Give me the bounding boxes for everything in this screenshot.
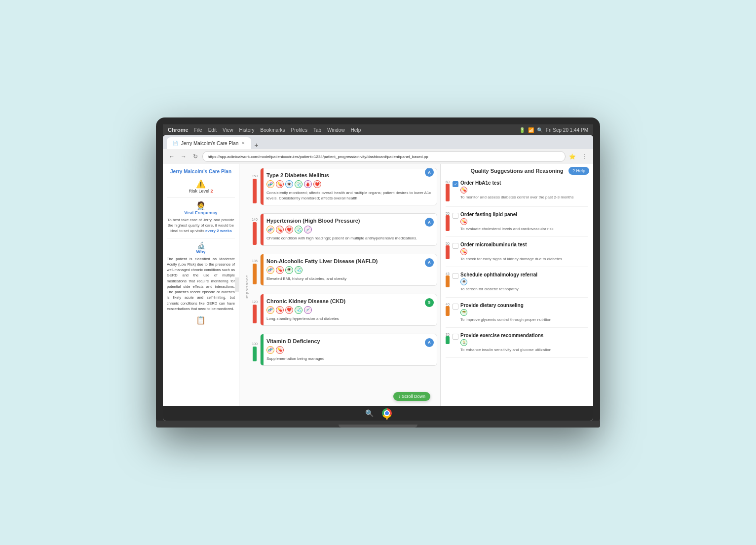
- score-num-exercise: 35: [446, 333, 450, 336]
- suggestions-panel: Quality Suggestions and Reasoning 60 Ord…: [440, 164, 593, 406]
- suggestion-name-dietary: Provide dietary counseling: [460, 303, 588, 308]
- scroll-down-btn[interactable]: ↓ Scroll Down: [393, 392, 430, 401]
- checkbox-hba1c[interactable]: [453, 181, 458, 187]
- laptop-base: [156, 421, 600, 428]
- score-bar-exercise-container: 35: [446, 333, 450, 344]
- sidebar-collapse-btn[interactable]: ‹: [235, 277, 239, 292]
- icon-badge-2: 💊: [276, 180, 284, 188]
- score-side-hypertension: 140: [249, 213, 260, 249]
- score-fill-lipid: [446, 215, 450, 231]
- menu-edit[interactable]: Edit: [208, 127, 217, 133]
- taskbar-search[interactable]: 🔍: [364, 408, 374, 418]
- checkbox-ophthal[interactable]: [453, 273, 458, 279]
- score-side-ckd: 120: [249, 294, 260, 330]
- condition-card-diabetes[interactable]: Type 2 Diabetes Mellitus 🧬 💊 👁️ 🩺 🩸 ❤️: [260, 168, 437, 205]
- sug-icon-lipid1: 💊: [460, 218, 467, 225]
- condition-row-ckd: 120 Chronic Kidney Disease (CKD) 🧬 💊: [249, 294, 437, 330]
- checkbox-exercise[interactable]: [453, 334, 458, 340]
- menu-help[interactable]: Help: [351, 127, 361, 133]
- icon-v2: 💊: [276, 346, 284, 354]
- condition-name-nafld: Non-Alcoholic Fatty Liver Disease (NAFLD…: [266, 258, 432, 264]
- menu-view[interactable]: View: [223, 127, 233, 133]
- suggestions-title: Quality Suggestions and Reasoning: [446, 168, 588, 176]
- main-content: Importance 150 Type 2 Diabetes: [239, 164, 593, 406]
- sidebar-divider-1: [167, 197, 235, 198]
- app-name: Chrome: [168, 127, 189, 133]
- icon-badge-3: 👁️: [285, 180, 293, 188]
- new-tab-btn[interactable]: +: [251, 141, 261, 149]
- menu-file[interactable]: File: [194, 127, 202, 133]
- conditions-list: 150 Type 2 Diabetes Mellitus 🧬 💊: [249, 168, 437, 370]
- menu-profiles[interactable]: Profiles: [291, 127, 307, 133]
- risk-label: Risk Level 2: [167, 189, 235, 194]
- icon-badge-6: ❤️: [313, 180, 321, 188]
- tab-close-btn[interactable]: ✕: [241, 141, 245, 146]
- score-fill-hba1c: [446, 184, 450, 201]
- checkbox-microalb[interactable]: [453, 243, 458, 249]
- condition-card-inner-nafld: Non-Alcoholic Fatty Liver Disease (NAFLD…: [261, 254, 437, 285]
- condition-name-hypertension: Hypertension (High Blood Pressure): [266, 218, 432, 224]
- icon-h5: 💉: [304, 226, 312, 234]
- checkbox-dietary[interactable]: [453, 304, 458, 310]
- suggestion-content-exercise: Provide exercise recommendations 🏃 To en…: [460, 333, 588, 352]
- browser-actions: ⭐ ⋮: [567, 152, 589, 161]
- icon-c4: 🩺: [295, 306, 302, 314]
- taskbar-chrome-dot: [386, 418, 388, 420]
- visit-icon: 🧑‍⚕️: [167, 201, 235, 210]
- menu-bookmarks[interactable]: Bookmarks: [261, 127, 285, 133]
- why-title: Why: [167, 249, 235, 254]
- tab-bar: 📄 Jerry Malcolm's Care Plan ✕ +: [163, 135, 593, 149]
- menu-window[interactable]: Window: [327, 127, 345, 133]
- suggestion-desc-ophthal: To screen for diabetic retinopathy: [460, 286, 588, 292]
- browser-tab-active[interactable]: 📄 Jerry Malcolm's Care Plan ✕: [167, 137, 251, 149]
- extension-btn[interactable]: ⭐: [567, 152, 577, 161]
- os-status-bar: 🔋 📶 🔍 Fri Sep 20 1:44 PM: [519, 127, 588, 133]
- help-button[interactable]: ? Help: [568, 167, 589, 175]
- condition-row-diabetes: 150 Type 2 Diabetes Mellitus 🧬 💊: [249, 168, 437, 209]
- condition-card-hypertension[interactable]: Hypertension (High Blood Pressure) 🧬 💊 ❤…: [260, 213, 437, 245]
- score-label-diabetes: 150: [252, 174, 258, 178]
- score-side-vitamind: 100: [249, 334, 260, 370]
- address-input[interactable]: [202, 151, 566, 162]
- score-side-diabetes: 150: [249, 168, 260, 209]
- address-bar-row: ← → ↻ ⭐ ⋮: [163, 149, 593, 164]
- menu-tab[interactable]: Tab: [313, 127, 321, 133]
- forward-btn[interactable]: →: [179, 152, 189, 161]
- risk-level-value: 2: [211, 189, 213, 194]
- suggestion-icons-microalb: 💊: [460, 248, 588, 255]
- sidebar-divider-2: [167, 238, 235, 238]
- taskbar-chrome-wrapper: [382, 408, 392, 418]
- reload-btn[interactable]: ↻: [190, 152, 200, 161]
- icon-c2: 💊: [276, 306, 284, 314]
- suggestion-item-lipid: 55 Order fasting lipid panel 💊 To evalua…: [446, 212, 588, 237]
- score-fill-exercise: [446, 336, 450, 344]
- condition-row-nafld: 135 Non-Alcoholic Fatty Liver Disease (N…: [249, 254, 437, 290]
- score-side-nafld: 135: [249, 254, 260, 290]
- checkbox-lipid[interactable]: [453, 213, 458, 219]
- back-btn[interactable]: ←: [167, 152, 177, 161]
- menu-history[interactable]: History: [239, 127, 254, 133]
- condition-card-ckd[interactable]: Chronic Kidney Disease (CKD) 🧬 💊 ❤️ 🩺 💉: [260, 294, 437, 326]
- icon-n3: 👁️: [285, 266, 293, 274]
- condition-card-vitamind[interactable]: Vitamin D Deficiency 🧬 💊 Supplementation…: [260, 334, 437, 366]
- condition-card-nafld[interactable]: Non-Alcoholic Fatty Liver Disease (NAFLD…: [260, 254, 437, 286]
- condition-name-vitamind: Vitamin D Deficiency: [266, 338, 432, 344]
- score-num-dietary: 40: [446, 303, 450, 306]
- score-bar-lipid-container: 55: [446, 212, 450, 231]
- icon-v1: 🧬: [266, 346, 274, 354]
- icon-c1: 🧬: [266, 306, 274, 314]
- condition-icons-nafld: 🧬 💊 👁️ 🩺: [266, 266, 432, 274]
- suggestion-content-microalb: Order microalbuminuria test 💊 To check f…: [460, 242, 588, 262]
- condition-card-inner-hypertension: Hypertension (High Blood Pressure) 🧬 💊 ❤…: [261, 214, 437, 245]
- menu-dots-btn[interactable]: ⋮: [579, 152, 589, 161]
- suggestion-icons-dietary: 🥗: [460, 309, 588, 316]
- score-bar-dietary-container: 40: [446, 303, 450, 316]
- taskbar-chrome-icon[interactable]: [382, 408, 392, 418]
- wifi-icon: 📶: [528, 127, 534, 133]
- suggestion-icons-exercise: 🏃: [460, 339, 588, 346]
- score-num-lipid: 55: [446, 212, 450, 215]
- search-icon[interactable]: 🔍: [537, 127, 543, 133]
- score-fill-microalb: [446, 245, 450, 259]
- badge-diabetes: A: [425, 168, 434, 177]
- score-num-microalb: 50: [446, 242, 450, 245]
